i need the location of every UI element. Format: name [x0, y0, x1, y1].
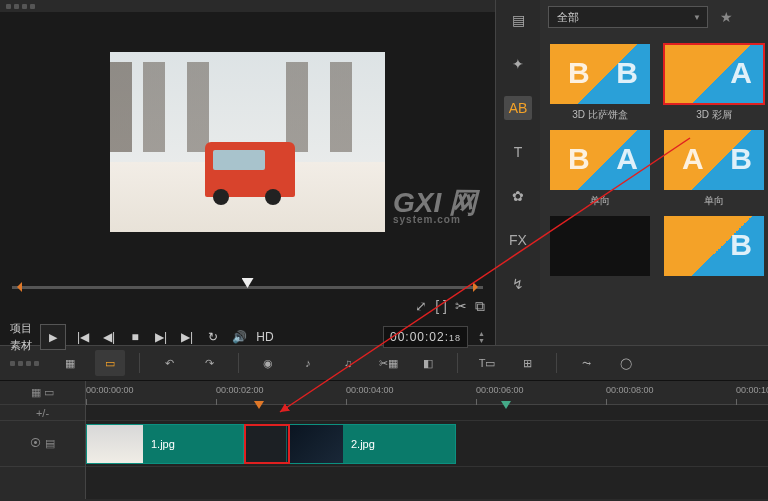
volume-button[interactable]: 🔊 [230, 330, 248, 344]
go-start-button[interactable]: |◀ [74, 330, 92, 344]
timecode-down[interactable]: ▼ [478, 337, 485, 344]
sidebar-transition-button[interactable]: ✦ [504, 52, 532, 76]
clip-label: 1.jpg [143, 438, 183, 450]
next-frame-button[interactable]: ▶| [152, 330, 170, 344]
fullscreen-icon[interactable]: ⤢ [415, 298, 427, 315]
tab-project[interactable]: 项目 [10, 321, 32, 336]
effect-label: 3D 比萨饼盒 [572, 108, 628, 122]
hd-label: HD [256, 330, 274, 344]
effect-item[interactable]: A3D 彩屑 [664, 44, 764, 122]
timeline: ▦ ▭ +/- ⦿ ▤ 00:00:00:0000:00:02:0000:00:… [0, 381, 768, 499]
ruler-tick: 00:00:06:00 [476, 385, 524, 395]
clip[interactable]: 2.jpg [286, 424, 456, 464]
scrubber[interactable] [12, 272, 483, 294]
transition-slot[interactable] [244, 424, 290, 464]
ruler-tick: 00:00:02:00 [216, 385, 264, 395]
clip-label: 2.jpg [343, 438, 383, 450]
effect-label: 3D 彩屑 [696, 108, 732, 122]
effect-label: 单向 [590, 194, 610, 208]
crop-icon[interactable]: [ ] [435, 298, 447, 315]
track-head-video[interactable]: ⦿ ▤ [0, 421, 85, 467]
play-button[interactable]: ▶ [40, 324, 66, 350]
ruler-tick: 00:00:08:00 [606, 385, 654, 395]
track-head-marker[interactable]: +/- [0, 405, 85, 421]
sidebar-text-button[interactable]: T [504, 140, 532, 164]
sidebar-graphic-button[interactable]: ✿ [504, 184, 532, 208]
preview-image [110, 52, 385, 232]
loop-button[interactable]: ↻ [204, 330, 222, 344]
tab-material[interactable]: 素材 [10, 338, 32, 353]
preview-panel: GXI 网 system.com ⤢ [ ] ✂ ⧉ 项目 素材 ▶ |◀ [0, 0, 496, 345]
effect-item[interactable]: B [664, 216, 764, 280]
effects-grid: BB3D 比萨饼盒A3D 彩屑BA单向AB单向B [540, 34, 768, 345]
effect-item[interactable]: BA单向 [550, 130, 650, 208]
snapshot-icon[interactable]: ⧉ [475, 298, 485, 315]
ruler-tick: 00:00:10:00 [736, 385, 768, 395]
effect-item[interactable]: AB单向 [664, 130, 764, 208]
library-sidebar: ▤✦ABT✿FX↯ [496, 0, 540, 345]
prev-frame-button[interactable]: ◀| [100, 330, 118, 344]
effect-item[interactable] [550, 216, 650, 280]
sidebar-fx-button[interactable]: FX [504, 228, 532, 252]
category-dropdown[interactable]: 全部 [548, 6, 708, 28]
sidebar-path-button[interactable]: ↯ [504, 272, 532, 296]
effect-label: 单向 [704, 194, 724, 208]
ruler-tick: 00:00:04:00 [346, 385, 394, 395]
go-end-button[interactable]: ▶| [178, 330, 196, 344]
marker-track[interactable] [86, 405, 768, 421]
timecode-up[interactable]: ▲ [478, 330, 485, 337]
video-track[interactable]: 1.jpg2.jpg [86, 421, 768, 467]
preview-canvas: GXI 网 system.com [0, 12, 495, 272]
cut-icon[interactable]: ✂ [455, 298, 467, 315]
sidebar-media-button[interactable]: ▤ [504, 8, 532, 32]
stop-button[interactable]: ■ [126, 330, 144, 344]
track-head-ruler[interactable]: ▦ ▭ [0, 381, 85, 405]
ruler-tick: 00:00:00:00 [86, 385, 134, 395]
favorite-icon[interactable]: ★ [720, 9, 733, 25]
sidebar-title-button[interactable]: AB [504, 96, 532, 120]
library-panel: ▤✦ABT✿FX↯ 全部 ★ BB3D 比萨饼盒A3D 彩屑BA单向AB单向B [496, 0, 768, 345]
motion-button[interactable]: ⤳ [571, 350, 601, 376]
effect-item[interactable]: BB3D 比萨饼盒 [550, 44, 650, 122]
clip[interactable]: 1.jpg [86, 424, 244, 464]
watermark: GXI 网 system.com [393, 190, 477, 224]
loop-button[interactable]: ◯ [611, 350, 641, 376]
timecode[interactable]: 00:00:02:18 [383, 326, 468, 348]
chapter-button[interactable]: ⊞ [512, 350, 542, 376]
time-ruler[interactable]: 00:00:00:0000:00:02:0000:00:04:0000:00:0… [86, 381, 768, 405]
